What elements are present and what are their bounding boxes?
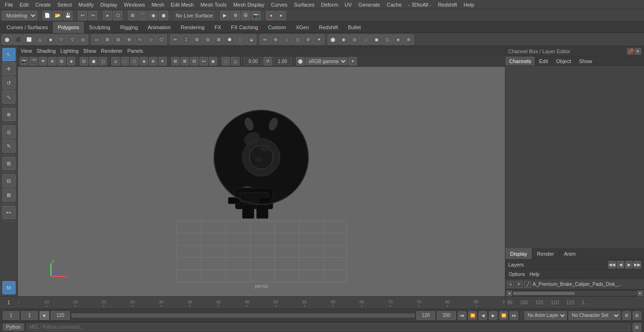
scale-tool-lt[interactable]: ⤡ (2, 90, 16, 104)
ipr-btn[interactable]: ⦿ (241, 11, 250, 20)
platonic-btn[interactable]: ⬡ (157, 34, 167, 45)
play-back-btn[interactable]: ◀ (479, 311, 487, 320)
layers-options-btn[interactable]: Options (507, 272, 526, 277)
pipe-btn[interactable]: ⊕ (124, 34, 134, 45)
render-btn[interactable]: ▶ (220, 11, 230, 20)
prism-btn[interactable]: ◇ (146, 34, 156, 45)
vp-snap-btn[interactable]: ◈ (67, 57, 75, 65)
vp-bloom-btn[interactable]: ✦ (158, 57, 167, 65)
viewport[interactable]: View Shading Lighting Show Renderer Pane… (18, 46, 505, 296)
tab-curves-surfaces[interactable]: Curves / Surfaces (2, 22, 53, 33)
render-settings-btn[interactable]: ⚙ (231, 11, 240, 20)
viewport-lighting-menu[interactable]: Lighting (60, 48, 79, 54)
tab-object[interactable]: Object (552, 57, 575, 65)
current-frame-input[interactable] (3, 311, 19, 320)
snap-curve-btn[interactable]: ⌒ (138, 11, 148, 20)
tab-show[interactable]: Show (575, 57, 596, 65)
layers-next-btn[interactable]: ▶ (625, 261, 633, 268)
menu-modify[interactable]: Modify (75, 1, 96, 8)
vp-shadow-btn[interactable]: ⬡ (130, 57, 139, 65)
new-scene-btn[interactable]: 📄 (42, 11, 52, 20)
layers-scrollbar-right[interactable]: ▸ (637, 291, 643, 296)
sculpt1-btn[interactable]: ⬤ (328, 34, 338, 45)
vp-shading-btn[interactable]: ◼ (89, 57, 98, 65)
lasso-tool-btn[interactable]: ⬡ (113, 11, 123, 20)
layers-scrollbar-left[interactable]: ◂ (506, 291, 512, 296)
cube2-btn[interactable]: ⬜ (24, 34, 34, 45)
cube-btn[interactable]: ⬛ (13, 34, 23, 45)
sculpt5-btn[interactable]: ◼ (371, 34, 381, 45)
fill-btn[interactable]: ⬢ (224, 34, 235, 45)
skip-end-btn[interactable]: ⏭ (510, 311, 518, 320)
layer-p-btn[interactable]: P (516, 281, 522, 288)
combine-btn[interactable]: ⊞ (192, 34, 202, 45)
scene-camera-btn[interactable]: 📷 (251, 11, 261, 20)
frame-end-input[interactable] (51, 311, 70, 320)
layer-v-btn[interactable]: V (507, 281, 514, 288)
tab-display[interactable]: Display (505, 248, 532, 259)
vp-display3-btn[interactable]: ⊟ (190, 57, 198, 65)
vp-grid-btn[interactable]: ⊟ (80, 57, 88, 65)
select-tool-btn[interactable]: ▸ (103, 11, 112, 20)
tab-fx[interactable]: FX (210, 22, 226, 33)
cone-btn[interactable]: ▽ (67, 34, 77, 45)
tab-edit[interactable]: Edit (535, 57, 552, 65)
split-btn[interactable]: ⊟ (203, 34, 213, 45)
viewport-canvas[interactable]: x y z persp (18, 67, 505, 296)
tab-rigging[interactable]: Rigging (116, 22, 143, 33)
snap-surface-btn[interactable]: ◼ (159, 11, 168, 20)
undo-btn[interactable]: ↩ (78, 11, 87, 20)
sculpt4-btn[interactable]: ◌ (360, 34, 371, 45)
tab-fx-caching[interactable]: FX Caching (226, 22, 263, 33)
color-profile-expand[interactable]: ▾ (348, 57, 357, 65)
smooth-btn[interactable]: ◌ (235, 34, 246, 45)
viewport-panels-menu[interactable]: Panels (127, 48, 143, 54)
mode-dropdown[interactable]: Modeling (2, 11, 37, 20)
mirror-btn[interactable]: ⇔ (260, 34, 270, 45)
snap-point-btn[interactable]: ◉ (149, 11, 158, 20)
vp-display2-btn[interactable]: ⊠ (181, 57, 189, 65)
next-view-btn[interactable]: ▸ (276, 11, 286, 20)
torus-btn[interactable]: ◎ (78, 34, 88, 45)
skip-start-btn[interactable]: ⏮ (458, 311, 466, 320)
menu-surfaces[interactable]: Surfaces (291, 1, 317, 8)
open-scene-btn[interactable]: 📂 (53, 11, 62, 20)
vp-rot-icon[interactable]: ↺ (264, 57, 272, 65)
sphere-btn[interactable]: ⬤ (2, 34, 12, 45)
tab-redshift[interactable]: Redshift (314, 22, 343, 33)
grid-btn[interactable]: ⊟ (113, 34, 124, 45)
sculpt2-btn[interactable]: ◉ (339, 34, 349, 45)
rp-close-btn[interactable]: ✕ (635, 48, 641, 55)
python-tab[interactable]: Python (3, 324, 24, 331)
boolean-btn[interactable]: ⊗ (271, 34, 281, 45)
menu-mesh-display[interactable]: Mesh Display (231, 1, 267, 8)
tab-polygons[interactable]: Polygons (53, 22, 84, 33)
reduce-btn[interactable]: ◻ (292, 34, 303, 45)
layers-next2-btn[interactable]: ▶▶ (634, 261, 641, 268)
color-profile-dropdown[interactable]: sRGB gamma (305, 57, 347, 65)
soft-select-lt[interactable]: ◎ (2, 125, 16, 138)
universal-tool-lt[interactable]: ⊕ (2, 108, 16, 121)
timeline-ruler[interactable]: 1 10 15 20 25 30 35 40 45 50 55 60 65 70… (18, 297, 505, 308)
menu-create[interactable]: Create (33, 1, 54, 8)
pen-btn[interactable]: ✏ (170, 34, 181, 45)
diamond-btn[interactable]: ◆ (45, 34, 56, 45)
menu-3dtall[interactable]: - 3DtoAll - (405, 1, 434, 8)
color-profile-icon[interactable]: ⬤ (296, 57, 305, 65)
cleanup-btn[interactable]: ✦ (314, 34, 324, 45)
menu-windows[interactable]: Windows (121, 1, 148, 8)
viewport-renderer-menu[interactable]: Renderer (101, 48, 123, 54)
layers-prev-btn[interactable]: ◀◀ (608, 261, 616, 268)
vp-display1-btn[interactable]: ⊞ (171, 57, 180, 65)
vp-film-btn[interactable]: 🎬 (29, 57, 38, 65)
layers-help-btn[interactable]: Help (528, 272, 541, 277)
vp-lighting-btn[interactable]: ⊕ (149, 57, 157, 65)
snap-together-lt[interactable]: ⊟ (2, 174, 16, 187)
tab-channels[interactable]: Channels (505, 57, 535, 65)
layer-type-btn[interactable]: ╱ (524, 281, 531, 288)
tab-render[interactable]: Render (532, 248, 559, 259)
layers-prev2-btn[interactable]: ◀ (617, 261, 624, 268)
menu-select[interactable]: Select (55, 1, 75, 8)
retopo-btn[interactable]: ⊜ (303, 34, 314, 45)
redo-btn[interactable]: ↪ (88, 11, 98, 20)
